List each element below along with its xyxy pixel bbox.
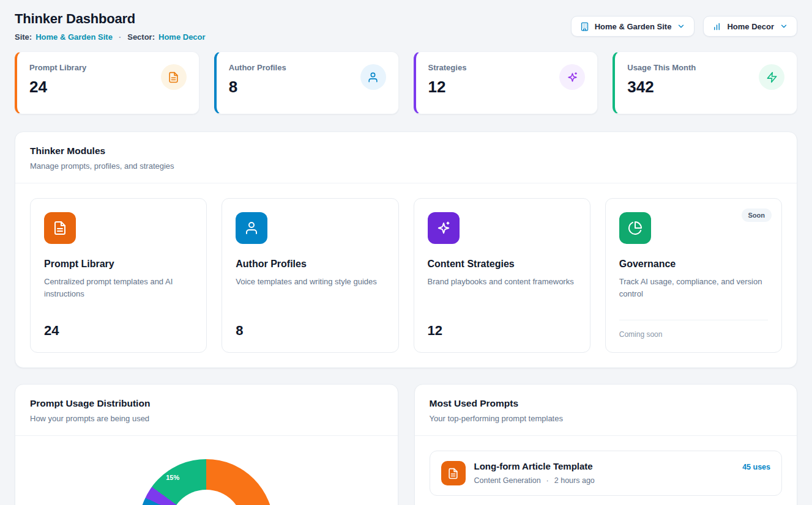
module-description: Voice templates and writing style guides [236,276,384,288]
user-icon [236,212,267,244]
stat-label: Author Profiles [229,63,286,72]
separator-dot: · [119,32,121,42]
stat-value: 8 [229,78,286,97]
module-title: Prompt Library [44,259,193,270]
stat-label: Strategies [428,63,467,72]
site-selector-label: Home & Garden Site [595,22,672,31]
page-title: Thinker Dashboard [15,11,206,27]
coming-soon-text: Coming soon [619,320,768,339]
prompt-category: Content Generation [474,476,541,485]
stat-value: 342 [627,78,696,97]
site-selector-dropdown[interactable]: Home & Garden Site [571,16,695,37]
stat-value: 12 [428,78,467,97]
header-controls: Home & Garden Site Home Decor [571,16,797,37]
module-title: Author Profiles [236,259,384,270]
bottom-row: Prompt Usage Distribution How your promp… [15,384,797,505]
chevron-down-icon [780,22,788,31]
most-used-subtitle: Your top-performing prompt templates [430,414,783,423]
donut-chart: 15% [139,459,274,505]
site-label: Site: [15,32,32,42]
thinker-modules-panel: Thinker Modules Manage prompts, profiles… [15,131,797,368]
donut-hole [169,490,243,505]
sector-selector-dropdown[interactable]: Home Decor [703,16,797,37]
user-icon [360,64,386,90]
site-link[interactable]: Home & Garden Site [35,32,113,42]
stat-card-strategies: Strategies 12 [414,51,598,114]
header: Thinker Dashboard Site: Home & Garden Si… [15,11,797,42]
most-used-header: Most Used Prompts Your top-performing pr… [415,385,797,436]
document-icon [441,461,466,485]
dashboard-page: Thinker Dashboard Site: Home & Garden Si… [0,0,812,505]
usage-header: Prompt Usage Distribution How your promp… [15,385,398,436]
stat-text: Strategies 12 [428,63,467,103]
title-block: Thinker Dashboard Site: Home & Garden Si… [15,11,206,42]
prompt-list: Long-form Article Template Content Gener… [415,436,797,505]
module-description: Track AI usage, compliance, and version … [619,276,768,300]
soon-badge: Soon [742,208,772,222]
zap-icon [759,64,784,90]
module-card-prompt-library[interactable]: Prompt Library Centralized prompt templa… [30,198,207,353]
separator-dot: · [546,476,549,485]
stat-label: Prompt Library [29,63,86,72]
stat-card-author-profiles: Author Profiles 8 [214,51,399,114]
usage-title: Prompt Usage Distribution [30,398,383,409]
donut-segment-label: 15% [166,474,179,481]
sparkle-star-icon [559,64,585,90]
usage-distribution-panel: Prompt Usage Distribution How your promp… [15,384,398,505]
bar-chart-icon [712,22,721,31]
pie-chart-icon [619,212,651,244]
chevron-down-icon [677,22,685,31]
prompt-item-body: Long-form Article Template Content Gener… [474,461,734,485]
most-used-title: Most Used Prompts [430,398,783,409]
modules-subtitle: Manage prompts, profiles, and strategies [30,161,782,171]
module-count: 8 [236,323,384,339]
stat-card-prompt-library: Prompt Library 24 [15,51,199,114]
module-card-content-strategies[interactable]: Content Strategies Brand playbooks and c… [414,198,590,353]
uses-count: 45 uses [742,463,770,471]
sector-selector-label: Home Decor [727,22,774,31]
usage-subtitle: How your prompts are being used [30,414,383,423]
document-icon [161,64,187,90]
stat-text: Author Profiles 8 [229,63,286,103]
module-count: 24 [44,323,193,339]
list-item[interactable]: Long-form Article Template Content Gener… [430,451,783,496]
module-title: Content Strategies [428,259,576,270]
modules-grid: Prompt Library Centralized prompt templa… [15,183,797,367]
stat-text: Prompt Library 24 [29,63,86,103]
stat-label: Usage This Month [627,63,696,72]
stat-value: 24 [29,78,86,97]
modules-title: Thinker Modules [30,146,782,157]
building-icon [580,22,589,31]
stats-row: Prompt Library 24 Author Profiles 8 Stra… [15,51,797,114]
module-count: 12 [428,323,576,339]
modules-header: Thinker Modules Manage prompts, profiles… [15,132,797,183]
donut-chart-area: 15% [15,436,398,505]
module-description: Centralized prompt templates and AI inst… [44,276,193,300]
sector-link[interactable]: Home Decor [158,32,206,42]
module-card-author-profiles[interactable]: Author Profiles Voice templates and writ… [222,198,398,353]
stat-text: Usage This Month 342 [627,63,696,103]
prompt-time: 2 hours ago [554,476,595,485]
document-icon [44,212,76,244]
breadcrumb: Site: Home & Garden Site · Sector: Home … [15,32,206,42]
module-title: Governance [619,259,768,270]
most-used-prompts-panel: Most Used Prompts Your top-performing pr… [414,384,798,505]
stat-card-usage: Usage This Month 342 [613,51,797,114]
module-card-governance[interactable]: Soon Governance Track AI usage, complian… [605,198,782,353]
module-description: Brand playbooks and content frameworks [428,276,576,288]
sector-label: Sector: [127,32,155,42]
prompt-title: Long-form Article Template [474,461,734,471]
prompt-meta: Content Generation · 2 hours ago [474,476,734,485]
sparkle-star-icon [428,212,460,244]
